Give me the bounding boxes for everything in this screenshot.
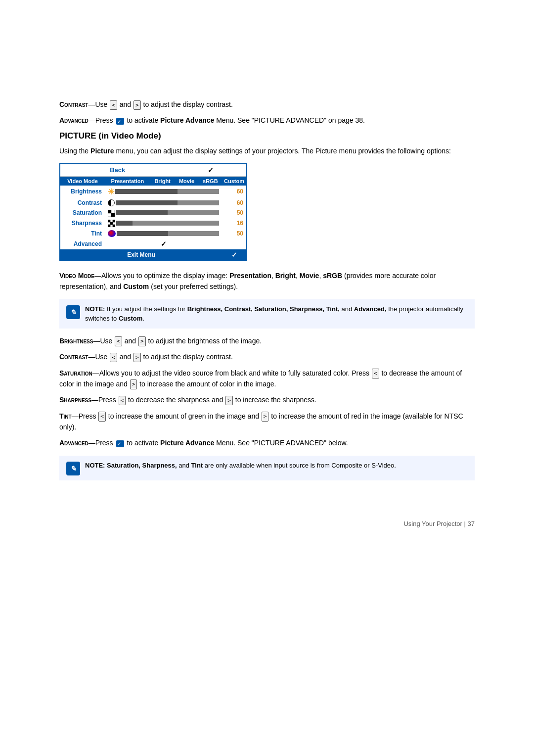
exit-check: ✓ bbox=[222, 249, 246, 260]
srgb-col: sRGB bbox=[199, 176, 222, 186]
page-content: Contrast—Use < and > to adjust the displ… bbox=[59, 99, 475, 527]
menu-table: Back ✓ Video Mode Presentation Bright Mo… bbox=[60, 164, 246, 260]
video-mode-header-row: Video Mode Presentation Bright Movie sRG… bbox=[60, 176, 246, 186]
saturation-slider-cell bbox=[105, 208, 222, 218]
advanced-menu-icon bbox=[116, 118, 124, 125]
less-than-btn: < bbox=[110, 100, 117, 110]
saturation-icon bbox=[108, 209, 115, 217]
video-mode-para: Video Mode—Allows you to optimize the di… bbox=[59, 270, 475, 292]
contrast-greater-btn: > bbox=[134, 353, 141, 363]
sharpness-para: Sharpness—Press < to decrease the sharpn… bbox=[59, 394, 475, 405]
advanced-menu-empty bbox=[222, 238, 246, 249]
note-box-2: ✎ NOTE: Saturation, Sharpness, and Tint … bbox=[59, 456, 475, 480]
tint-track bbox=[117, 231, 219, 236]
saturation-greater-btn: > bbox=[130, 379, 137, 389]
sharpness-row-label: Sharpness bbox=[60, 218, 105, 229]
saturation-value: 50 bbox=[222, 208, 246, 218]
sharpness-para-label: Sharpness bbox=[59, 396, 91, 404]
advanced-menu-label: Advanced bbox=[60, 238, 105, 249]
picture-intro: Using the Picture menu, you can adjust t… bbox=[59, 146, 475, 156]
sharpness-slider-cell bbox=[105, 218, 222, 229]
brightness-slider-cell: ✳ bbox=[105, 186, 222, 198]
movie-col: Movie bbox=[175, 176, 198, 186]
brightness-value: 60 bbox=[222, 186, 246, 198]
saturation-row: Saturation 50 bbox=[60, 208, 246, 218]
contrast-row: Contrast 60 bbox=[60, 198, 246, 208]
brightness-icon: ✳ bbox=[108, 187, 114, 196]
contrast-track bbox=[116, 200, 219, 205]
contrast-text: —Use bbox=[88, 100, 109, 108]
presentation-col: Presentation bbox=[105, 176, 150, 186]
contrast-icon bbox=[108, 199, 115, 206]
contrast-para-label: Contrast bbox=[59, 353, 88, 361]
contrast-less-btn: < bbox=[110, 353, 117, 363]
exit-menu-row: Exit Menu ✓ bbox=[60, 249, 246, 260]
brightness-para-label: Brightness bbox=[59, 337, 93, 345]
tint-row: Tint 50 bbox=[60, 229, 246, 238]
saturation-row-label: Saturation bbox=[60, 208, 105, 218]
contrast-label: Contrast bbox=[59, 100, 88, 108]
tint-row-label: Tint bbox=[60, 229, 105, 238]
page-footer: Using Your Projector | 37 bbox=[59, 520, 475, 527]
sharpness-fill bbox=[116, 221, 133, 226]
brightness-track bbox=[115, 189, 219, 194]
menu-table-wrapper: Back ✓ Video Mode Presentation Bright Mo… bbox=[59, 163, 247, 261]
brightness-para: Brightness—Use < and > to adjust the bri… bbox=[59, 335, 475, 346]
back-label: Back bbox=[60, 164, 175, 177]
bright-col: Bright bbox=[150, 176, 175, 186]
footer-label: Using Your Projector bbox=[403, 520, 462, 527]
saturation-track bbox=[116, 210, 219, 215]
note-text-1: NOTE: If you adjust the settings for Bri… bbox=[85, 304, 468, 324]
saturation-less-btn: < bbox=[372, 369, 379, 378]
note-box-1: ✎ NOTE: If you adjust the settings for B… bbox=[59, 299, 475, 329]
sharpness-track bbox=[116, 221, 219, 226]
tint-less-btn: < bbox=[98, 412, 106, 422]
note-icon-1: ✎ bbox=[66, 305, 80, 319]
note-text-2: NOTE: Saturation, Sharpness, and Tint ar… bbox=[85, 461, 396, 471]
saturation-para: Saturation—Allows you to adjust the vide… bbox=[59, 368, 475, 390]
sharpness-row: Sharpness 16 bbox=[60, 218, 246, 229]
advanced-label: Advanced bbox=[59, 116, 89, 124]
footer-page: 37 bbox=[468, 520, 475, 527]
video-mode-label: Video Mode bbox=[59, 272, 94, 280]
greater-than-btn: > bbox=[134, 100, 141, 110]
sharpness-icon bbox=[108, 220, 115, 227]
brightness-row-label: Brightness bbox=[60, 186, 105, 198]
tint-value: 50 bbox=[222, 229, 246, 238]
custom-col: Custom bbox=[222, 176, 246, 186]
brightness-fill bbox=[115, 189, 178, 194]
footer-separator: | bbox=[464, 520, 468, 527]
contrast-row-label: Contrast bbox=[60, 198, 105, 208]
contrast-value: 60 bbox=[222, 198, 246, 208]
contrast-para: Contrast—Use < and > to adjust the displ… bbox=[59, 351, 475, 362]
saturation-fill bbox=[116, 210, 168, 215]
picture-section-heading: PICTURE (in Video Mode) bbox=[59, 131, 475, 141]
brightness-row: Brightness ✳ 60 bbox=[60, 186, 246, 198]
back-check: ✓ bbox=[175, 164, 246, 177]
advanced-para-icon bbox=[116, 440, 124, 447]
sharpness-less-btn: < bbox=[119, 396, 126, 406]
advanced-menu-check: ✓ bbox=[105, 238, 222, 249]
brightness-greater-btn: > bbox=[138, 336, 146, 346]
video-mode-cell: Video Mode bbox=[60, 176, 105, 186]
tint-icon bbox=[108, 230, 116, 237]
advanced-top-line: Advanced—Press to activate Picture Advan… bbox=[59, 115, 475, 126]
tint-para: Tint—Press < to increase the amount of g… bbox=[59, 411, 475, 433]
sharpness-greater-btn: > bbox=[225, 396, 233, 406]
contrast-slider-cell bbox=[105, 198, 222, 208]
back-row: Back ✓ bbox=[60, 164, 246, 177]
brightness-less-btn: < bbox=[115, 336, 122, 346]
tint-para-label: Tint bbox=[59, 412, 72, 420]
advanced-para-label: Advanced bbox=[59, 439, 89, 447]
contrast-fill bbox=[116, 200, 178, 205]
sharpness-value: 16 bbox=[222, 218, 246, 229]
saturation-para-label: Saturation bbox=[59, 369, 92, 377]
tint-fill bbox=[117, 231, 168, 236]
advanced-menu-row: Advanced ✓ bbox=[60, 238, 246, 249]
exit-menu-label: Exit Menu bbox=[60, 249, 222, 260]
contrast-top-line: Contrast—Use < and > to adjust the displ… bbox=[59, 99, 475, 110]
advanced-para: Advanced—Press to activate Picture Advan… bbox=[59, 437, 475, 448]
tint-slider-cell bbox=[105, 229, 222, 238]
tint-greater-btn: > bbox=[262, 412, 269, 422]
note-icon-2: ✎ bbox=[66, 462, 80, 475]
